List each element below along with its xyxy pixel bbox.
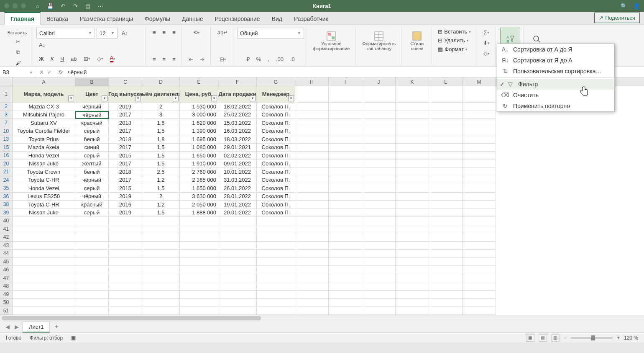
increase-decimal-icon[interactable]: .00 bbox=[273, 54, 286, 64]
cell[interactable] bbox=[396, 168, 429, 176]
cell[interactable] bbox=[142, 291, 180, 299]
row-header[interactable]: 21 bbox=[0, 168, 13, 176]
cell[interactable] bbox=[180, 307, 218, 315]
name-box[interactable]: B3▾ bbox=[0, 67, 35, 77]
row-header[interactable]: 10 bbox=[0, 127, 13, 136]
cell[interactable] bbox=[429, 299, 463, 307]
cell[interactable] bbox=[396, 307, 429, 315]
cell[interactable] bbox=[218, 266, 257, 274]
cell[interactable] bbox=[257, 225, 295, 234]
decrease-font-icon[interactable]: A↓ bbox=[36, 40, 48, 50]
tab-data[interactable]: Данные bbox=[176, 13, 209, 25]
cell[interactable] bbox=[429, 225, 463, 234]
cell[interactable] bbox=[295, 282, 329, 291]
cell[interactable]: 2 050 000 bbox=[180, 201, 218, 209]
row-header[interactable]: 46 bbox=[0, 266, 13, 274]
fx-icon[interactable]: fx bbox=[59, 69, 63, 75]
cell[interactable] bbox=[329, 168, 362, 176]
cell[interactable]: Mazda Axela bbox=[13, 144, 75, 152]
cell[interactable] bbox=[109, 258, 142, 266]
cell[interactable] bbox=[180, 242, 218, 250]
cell[interactable] bbox=[295, 266, 329, 274]
delete-cells-button[interactable]: ⊟ Удалить ▾ bbox=[436, 36, 473, 44]
cell[interactable] bbox=[109, 299, 142, 307]
cell[interactable] bbox=[329, 266, 362, 274]
col-header-K[interactable]: K bbox=[396, 78, 429, 86]
cell[interactable] bbox=[295, 184, 329, 193]
cell[interactable] bbox=[362, 111, 396, 119]
menu-custom-sort[interactable]: ⇅Пользовательская сортировка… bbox=[497, 66, 614, 77]
row-header[interactable]: 39 bbox=[0, 209, 13, 217]
cell[interactable]: 1 910 000 bbox=[180, 160, 218, 168]
cell[interactable]: 2016 bbox=[109, 201, 142, 209]
cell[interactable] bbox=[109, 250, 142, 258]
add-sheet-button[interactable]: + bbox=[52, 323, 61, 331]
more-icon[interactable]: ⋯ bbox=[97, 3, 104, 9]
cell[interactable]: Toyota Corolla Fielder bbox=[13, 127, 75, 136]
cell[interactable] bbox=[429, 119, 463, 127]
cell[interactable] bbox=[329, 233, 362, 242]
cell[interactable]: серый bbox=[75, 127, 109, 136]
cell[interactable]: 1,5 bbox=[142, 209, 180, 217]
cell[interactable] bbox=[463, 217, 496, 225]
tab-home[interactable]: Главная bbox=[4, 12, 41, 25]
cell[interactable]: 2017 bbox=[109, 111, 142, 119]
cell[interactable] bbox=[142, 242, 180, 250]
cell[interactable]: Соколов П. bbox=[257, 119, 295, 127]
number-format-select[interactable]: Общий▼ bbox=[237, 28, 304, 39]
row-header[interactable]: 1 bbox=[0, 86, 13, 103]
increase-font-icon[interactable]: A↑ bbox=[119, 28, 130, 38]
cell[interactable]: 1,5 bbox=[142, 144, 180, 152]
align-left-icon[interactable]: ≡ bbox=[150, 54, 158, 64]
horizontal-scrollbar[interactable] bbox=[0, 315, 644, 321]
cell[interactable] bbox=[362, 266, 396, 274]
sheet-nav-prev[interactable]: ◀ bbox=[4, 324, 11, 330]
cell[interactable] bbox=[295, 225, 329, 234]
accept-formula-icon[interactable]: ✓ bbox=[47, 69, 52, 75]
row-header[interactable]: 24 bbox=[0, 176, 13, 185]
cell[interactable]: Менеджер▾ bbox=[257, 86, 295, 103]
cell[interactable] bbox=[142, 233, 180, 242]
align-bottom-icon[interactable]: ≡ bbox=[170, 28, 178, 37]
cell[interactable] bbox=[218, 233, 257, 242]
col-header-H[interactable]: H bbox=[295, 78, 329, 86]
cell[interactable] bbox=[13, 274, 75, 283]
cell[interactable]: 29.01.2021 bbox=[218, 144, 257, 152]
cell[interactable] bbox=[429, 291, 463, 299]
cell[interactable]: 1 695 000 bbox=[180, 135, 218, 144]
cell[interactable] bbox=[463, 144, 496, 152]
cell[interactable]: 1,2 bbox=[142, 201, 180, 209]
cell[interactable] bbox=[396, 250, 429, 258]
cell[interactable] bbox=[396, 225, 429, 234]
cell[interactable]: 1 530 000 bbox=[180, 103, 218, 111]
cell[interactable]: 2 bbox=[142, 193, 180, 201]
cell[interactable] bbox=[396, 160, 429, 168]
cell[interactable]: 20.01.2022 bbox=[218, 209, 257, 217]
cell[interactable]: 1,5 bbox=[142, 160, 180, 168]
cell[interactable] bbox=[429, 307, 463, 315]
cell[interactable] bbox=[329, 201, 362, 209]
cell[interactable] bbox=[329, 184, 362, 193]
cell[interactable] bbox=[295, 176, 329, 185]
cell[interactable]: 2015 bbox=[109, 152, 142, 160]
align-center-icon[interactable]: ≡ bbox=[160, 54, 169, 64]
cell[interactable] bbox=[295, 233, 329, 242]
cell[interactable] bbox=[463, 274, 496, 283]
cell[interactable] bbox=[75, 258, 109, 266]
col-header-J[interactable]: J bbox=[362, 78, 396, 86]
cell[interactable] bbox=[329, 103, 362, 111]
cell[interactable]: Соколов П. bbox=[257, 184, 295, 193]
cell[interactable]: 3 000 000 bbox=[180, 111, 218, 119]
cut-icon[interactable]: ✂ bbox=[13, 37, 23, 46]
cell[interactable] bbox=[396, 144, 429, 152]
cell[interactable] bbox=[362, 209, 396, 217]
cell[interactable] bbox=[362, 176, 396, 185]
cell[interactable] bbox=[218, 225, 257, 234]
cell[interactable] bbox=[362, 184, 396, 193]
row-header[interactable]: 47 bbox=[0, 274, 13, 283]
cell[interactable] bbox=[109, 274, 142, 283]
row-header[interactable]: 40 bbox=[0, 217, 13, 225]
cell[interactable] bbox=[396, 193, 429, 201]
row-header[interactable]: 35 bbox=[0, 184, 13, 193]
cell[interactable] bbox=[362, 152, 396, 160]
